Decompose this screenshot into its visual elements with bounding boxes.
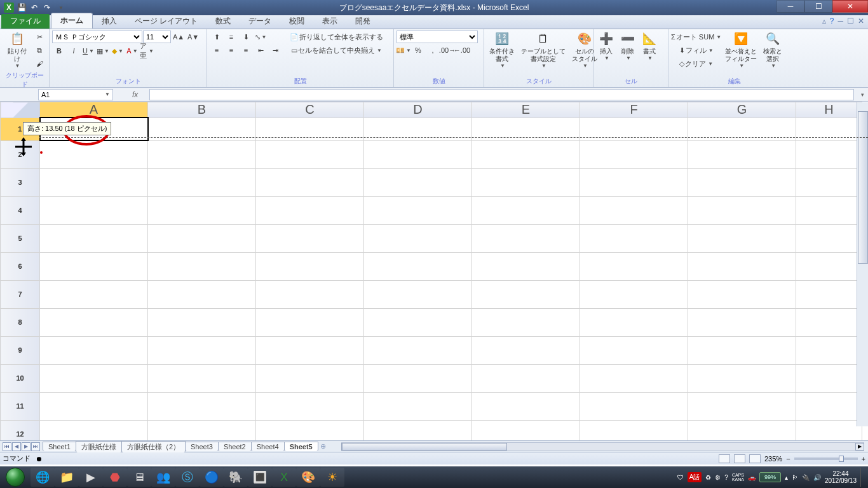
align-middle-icon[interactable]: ≡ xyxy=(224,30,238,43)
cell[interactable] xyxy=(796,420,862,440)
cell[interactable] xyxy=(40,364,148,392)
cell[interactable] xyxy=(364,420,472,440)
font-color-button[interactable]: A▼ xyxy=(125,44,139,57)
zoom-level[interactable]: 235% xyxy=(764,455,782,463)
cell[interactable] xyxy=(688,308,796,336)
formula-expand-icon[interactable]: ▾ xyxy=(857,92,868,98)
taskbar-app-icon[interactable]: 🖥 xyxy=(127,468,151,487)
cell[interactable] xyxy=(580,336,688,364)
italic-button[interactable]: I xyxy=(67,44,81,57)
increase-indent-icon[interactable]: ⇥ xyxy=(268,44,282,57)
tab-formulas[interactable]: 数式 xyxy=(207,14,240,29)
row-header-11[interactable]: 11 xyxy=(1,392,40,420)
increase-decimal-icon[interactable]: .00→ xyxy=(440,44,454,57)
row-header-3[interactable]: 3 xyxy=(1,168,40,196)
zoom-out-icon[interactable]: − xyxy=(786,455,790,463)
cell[interactable] xyxy=(364,140,472,168)
cell[interactable] xyxy=(40,252,148,280)
format-as-table-button[interactable]: 🗒テーブルとして 書式設定▼ xyxy=(519,30,568,71)
conditional-format-button[interactable]: 🔢条件付き 書式▼ xyxy=(487,30,517,71)
font-name-select[interactable]: ＭＳ Ｐゴシック xyxy=(52,30,142,43)
format-painter-icon[interactable]: 🖌 xyxy=(32,57,46,70)
col-header-e[interactable]: E xyxy=(472,102,580,118)
qat-dropdown-icon[interactable]: ▼ xyxy=(56,3,66,13)
row-header-4[interactable]: 4 xyxy=(1,196,40,224)
cell[interactable] xyxy=(688,364,796,392)
cell[interactable] xyxy=(580,280,688,308)
cell[interactable] xyxy=(796,364,862,392)
underline-button[interactable]: U▼ xyxy=(81,44,95,57)
cell[interactable] xyxy=(688,224,796,252)
sheet-nav-last-icon[interactable]: ⏭ xyxy=(31,442,40,451)
namebox-dropdown-icon[interactable]: ▼ xyxy=(105,92,110,97)
cell[interactable] xyxy=(256,196,364,224)
cell[interactable] xyxy=(472,308,580,336)
cell[interactable] xyxy=(580,168,688,196)
taskbar-app-icon[interactable]: 🔳 xyxy=(248,468,272,487)
tab-review[interactable]: 校閲 xyxy=(280,14,313,29)
cell[interactable] xyxy=(796,252,862,280)
cell[interactable] xyxy=(472,420,580,440)
taskbar-excel-icon[interactable]: X xyxy=(272,468,296,487)
decrease-indent-icon[interactable]: ⇤ xyxy=(254,44,268,57)
macro-record-icon[interactable]: ⏺ xyxy=(36,455,43,463)
phonetic-button[interactable]: ア亜▼ xyxy=(140,44,154,57)
cell[interactable] xyxy=(796,336,862,364)
sheet-tab[interactable]: Sheet2 xyxy=(218,442,252,451)
fx-icon[interactable]: fx xyxy=(132,90,138,99)
cell[interactable] xyxy=(256,420,364,440)
tray-expand-icon[interactable]: ▴ xyxy=(785,474,788,481)
row-header-9[interactable]: 9 xyxy=(1,336,40,364)
cell[interactable] xyxy=(796,280,862,308)
action-center-icon[interactable]: 🏳 xyxy=(792,474,798,481)
cell[interactable] xyxy=(148,392,256,420)
col-header-d[interactable]: D xyxy=(364,102,472,118)
show-desktop-button[interactable] xyxy=(860,468,865,487)
minimize-button[interactable]: ─ xyxy=(776,0,804,13)
help-icon[interactable]: ? xyxy=(830,17,834,25)
sheet-tab[interactable]: 方眼紙仕様 xyxy=(76,441,122,452)
align-left-icon[interactable]: ≡ xyxy=(210,44,224,57)
sheet-tab[interactable]: 方眼紙仕様（2） xyxy=(121,441,186,452)
taskbar-media-icon[interactable]: ▶ xyxy=(79,468,103,487)
cell[interactable] xyxy=(148,196,256,224)
cell[interactable] xyxy=(256,280,364,308)
tray-icon[interactable]: ⚙ xyxy=(715,474,721,481)
horizontal-scrollbar[interactable]: ◀ ▶ xyxy=(341,442,864,451)
cell[interactable] xyxy=(796,224,862,252)
cell[interactable] xyxy=(40,168,148,196)
cell[interactable] xyxy=(364,364,472,392)
hscroll-thumb[interactable] xyxy=(342,443,507,451)
mdi-restore-icon[interactable]: ☐ xyxy=(847,17,854,25)
orientation-icon[interactable]: ⤡▼ xyxy=(254,30,268,43)
cell[interactable] xyxy=(256,364,364,392)
cell[interactable] xyxy=(580,392,688,420)
comma-icon[interactable]: , xyxy=(426,44,440,57)
formula-input[interactable] xyxy=(149,89,854,100)
cell[interactable] xyxy=(580,196,688,224)
cell[interactable] xyxy=(472,280,580,308)
cell[interactable] xyxy=(148,420,256,440)
taskbar-app-icon[interactable]: ⬣ xyxy=(103,468,127,487)
fill-color-button[interactable]: ◆▼ xyxy=(111,44,125,57)
cell[interactable] xyxy=(148,336,256,364)
row-header-8[interactable]: 8 xyxy=(1,308,40,336)
clear-button[interactable]: ◇ クリア▼ xyxy=(671,57,721,70)
cell[interactable] xyxy=(40,308,148,336)
tab-view[interactable]: 表示 xyxy=(313,14,346,29)
col-header-f[interactable]: F xyxy=(580,102,688,118)
save-icon[interactable]: 💾 xyxy=(17,3,27,13)
cell[interactable] xyxy=(256,336,364,364)
zoom-slider[interactable] xyxy=(794,458,858,460)
cell[interactable] xyxy=(364,252,472,280)
cell[interactable] xyxy=(148,308,256,336)
sheet-tab[interactable]: Sheet4 xyxy=(251,442,285,451)
view-page-layout-icon[interactable] xyxy=(734,454,745,463)
power-icon[interactable]: 🔌 xyxy=(802,474,810,481)
maximize-button[interactable]: ☐ xyxy=(804,0,832,13)
cell[interactable] xyxy=(256,392,364,420)
percent-icon[interactable]: % xyxy=(411,44,425,57)
cell[interactable] xyxy=(40,196,148,224)
insert-cells-button[interactable]: ➕挿入▼ xyxy=(596,30,616,63)
taskbar-skype-icon[interactable]: Ⓢ xyxy=(175,468,200,487)
